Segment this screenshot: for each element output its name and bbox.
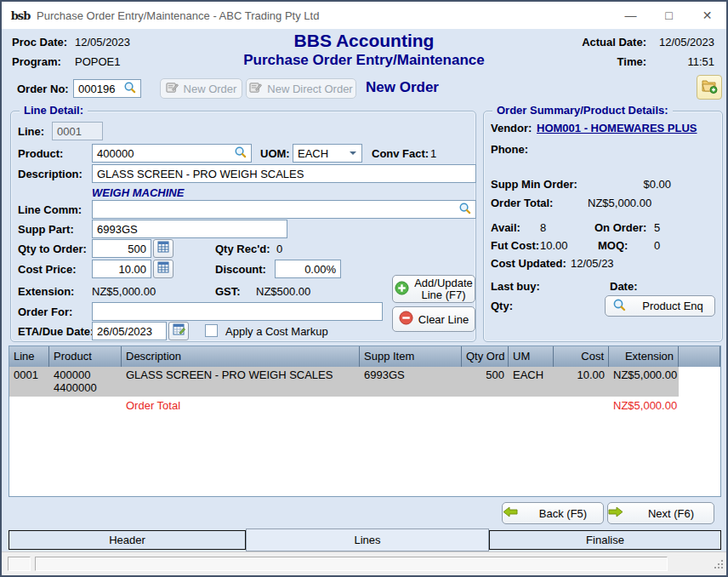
tab-header-label: Header: [109, 534, 145, 546]
qty-calculator-button[interactable]: [153, 239, 173, 258]
last-buy-date-label: Date:: [610, 280, 638, 293]
search-icon: [612, 298, 626, 314]
new-document-icon: [249, 82, 262, 96]
col-header-filler: [679, 346, 720, 367]
tab-header[interactable]: Header: [9, 530, 246, 550]
col-header-cost[interactable]: Cost: [554, 346, 609, 367]
description-label: Description:: [18, 168, 82, 180]
product-value: 400000: [97, 147, 134, 160]
fut-cost-label: Fut Cost:: [491, 239, 539, 252]
discount-input[interactable]: 0.00%: [275, 260, 341, 278]
col-header-supp-item[interactable]: Supp Item: [360, 346, 462, 367]
order-total-row-value: NZ$5,000.00: [609, 397, 679, 415]
plus-circle-icon: [395, 281, 409, 298]
eta-calendar-button[interactable]: [168, 322, 189, 340]
total-spacer: [509, 397, 554, 415]
order-summary-title: Order Summary/Product Details:: [492, 104, 673, 117]
line-comm-label: Line Comm:: [18, 203, 82, 216]
col-header-extension[interactable]: Extension: [609, 346, 679, 367]
avail-label: Avail:: [491, 221, 520, 234]
col-header-product[interactable]: Product: [49, 346, 122, 367]
cell-filler: [679, 367, 720, 397]
on-order-value: 5: [654, 221, 660, 234]
order-for-input[interactable]: [92, 302, 383, 321]
qty-to-order-value: 500: [128, 243, 146, 255]
cell-cost: 10.00: [554, 367, 609, 397]
col-header-line[interactable]: Line: [9, 346, 49, 367]
total-spacer: [9, 397, 49, 415]
order-total-row: Order Total NZ$5,000.00: [9, 397, 720, 415]
minimize-button[interactable]: —: [611, 2, 650, 29]
qty-to-order-label: Qty to Order:: [18, 243, 87, 255]
order-no-input[interactable]: 000196: [73, 79, 141, 98]
uom-select[interactable]: EACH: [293, 144, 362, 163]
tab-lines[interactable]: Lines: [246, 528, 489, 551]
supp-part-label: Supp Part:: [18, 223, 74, 236]
close-button[interactable]: ✕: [688, 2, 726, 29]
new-order-button[interactable]: New Order: [160, 78, 242, 99]
line-comm-input[interactable]: [92, 200, 476, 219]
search-icon[interactable]: [458, 202, 471, 217]
grid-header-row: Line Product Description Supp Item Qty O…: [9, 346, 720, 367]
qty-to-order-input[interactable]: 500: [92, 239, 151, 258]
description-input[interactable]: GLASS SCREEN - PRO WEIGH SCALES: [92, 164, 476, 183]
app-logo-icon: bsb: [12, 7, 29, 24]
line-label: Line:: [18, 125, 44, 138]
new-folder-button[interactable]: [697, 75, 722, 100]
arrow-right-icon: [608, 506, 623, 520]
tab-finalise[interactable]: Finalise: [489, 530, 721, 550]
tab-lines-label: Lines: [354, 534, 380, 546]
moq-value: 0: [654, 239, 660, 252]
product-enq-button[interactable]: Product Enq: [605, 295, 715, 317]
col-header-um[interactable]: UM: [509, 346, 554, 367]
calculator-icon: [157, 241, 169, 256]
actual-date-label: Actual Date:: [582, 36, 646, 49]
resize-grip-icon[interactable]: [714, 557, 724, 573]
description-value: GLASS SCREEN - PRO WEIGH SCALES: [97, 168, 304, 180]
moq-label: MOQ:: [598, 239, 628, 252]
phone-label: Phone:: [491, 143, 528, 156]
search-icon[interactable]: [123, 81, 136, 96]
line-detail-groupbox: Line Detail: Line: 0001 Product: 400000 …: [10, 111, 476, 342]
extension-value: NZ$5,000.00: [92, 285, 156, 298]
time-label: Time:: [617, 55, 646, 68]
table-row[interactable]: 0001 400000 4400000 GLASS SCREEN - PRO W…: [9, 367, 720, 397]
new-direct-order-button[interactable]: New Direct Order: [246, 78, 356, 99]
extension-label: Extension:: [18, 285, 74, 298]
line-no-value: 0001: [57, 125, 82, 138]
eta-date-input[interactable]: 26/05/2023: [92, 322, 167, 340]
line-detail-title: Line Detail:: [20, 104, 88, 117]
vendor-link[interactable]: HOM001 - HOMEWARES PLUS: [537, 122, 697, 134]
main-content: Proc Date: 12/05/2023 Program: POPOE1 BB…: [2, 29, 726, 575]
total-spacer: [360, 397, 462, 415]
apply-markup-checkbox[interactable]: [205, 324, 218, 337]
avail-value: 8: [540, 221, 546, 234]
last-buy-label: Last buy:: [491, 280, 540, 293]
search-icon[interactable]: [234, 146, 247, 161]
line-no-field: 0001: [52, 122, 103, 140]
eta-label: ETA/Due Date:: [18, 325, 94, 338]
supp-part-input[interactable]: 6993GS: [92, 220, 287, 238]
product-input[interactable]: 400000: [92, 144, 252, 163]
clear-line-button[interactable]: Clear Line: [392, 306, 475, 332]
fut-cost-value: 10.00: [540, 239, 568, 252]
next-button[interactable]: Next (F6): [607, 502, 714, 524]
window-title: Purchase Order Entry/Maintenance - ABC T…: [37, 9, 611, 22]
cost-price-label: Cost Price:: [18, 263, 77, 276]
cost-price-value: 10.00: [118, 263, 146, 276]
new-document-icon: [166, 82, 179, 96]
gst-value: NZ$500.00: [256, 285, 310, 298]
cost-price-input[interactable]: 10.00: [92, 260, 151, 278]
col-header-qty-ord[interactable]: Qty Ord: [462, 346, 509, 367]
col-header-description[interactable]: Description: [122, 346, 360, 367]
order-summary-groupbox: Order Summary/Product Details: Vendor: H…: [483, 111, 723, 342]
cell-supp-item: 6993GS: [360, 367, 462, 397]
maximize-button[interactable]: □: [650, 2, 688, 29]
order-status-text: New Order: [366, 79, 439, 96]
add-update-line-button[interactable]: Add/Update Line (F7): [392, 275, 475, 303]
supp-min-order-label: Supp Min Order:: [491, 178, 577, 191]
cost-calculator-button[interactable]: [153, 260, 173, 278]
cell-qty-ord: 500: [462, 367, 509, 397]
order-total-label: Order Total:: [491, 197, 553, 209]
back-button[interactable]: Back (F5): [502, 502, 604, 524]
